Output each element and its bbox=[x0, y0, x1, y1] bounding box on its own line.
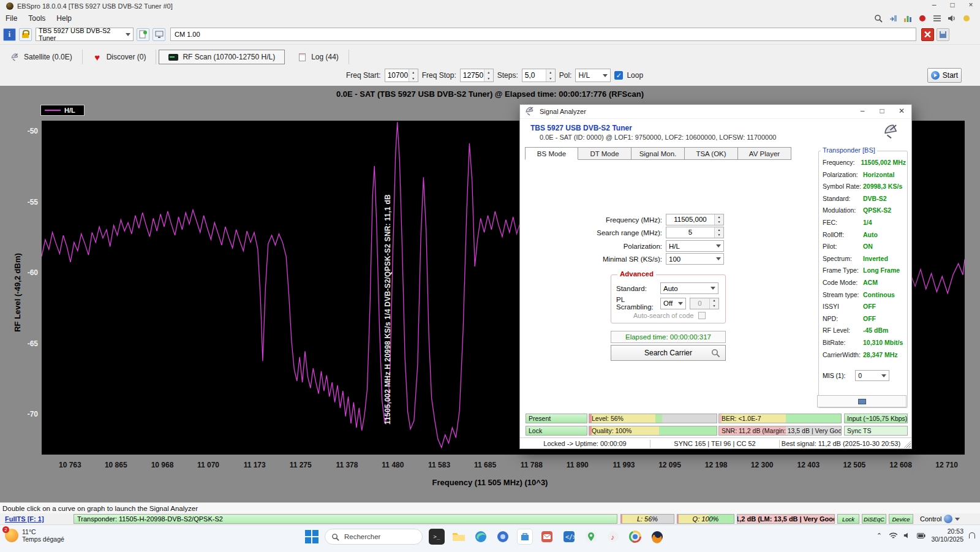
satellite-dish-icon bbox=[525, 106, 536, 117]
fullts-link[interactable]: FullTS [F: 1] bbox=[2, 514, 70, 524]
transponder-row-frame-type-: Frame Type:Long Frame bbox=[823, 267, 906, 274]
transponder-row-label: NPD: bbox=[823, 315, 863, 322]
standard-label: Standard: bbox=[616, 285, 660, 292]
window-maximize-button[interactable]: □ bbox=[943, 0, 962, 12]
device-page-button[interactable] bbox=[137, 28, 149, 41]
export-icon[interactable] bbox=[888, 13, 898, 23]
weather-desc: Temps dégagé bbox=[22, 535, 64, 543]
analyzer-tab-signal-mon-[interactable]: Signal Mon. bbox=[631, 147, 685, 160]
frequency-row: Frequency (MHz): 11505,000▲▼ bbox=[575, 214, 724, 225]
search-carrier-label: Search Carrier bbox=[644, 349, 692, 357]
analyzer-tab-dt-mode[interactable]: DT Mode bbox=[578, 147, 631, 160]
transponder-status: Transponder: 11505-H-20998-DVB-S2/QPSK-S… bbox=[74, 514, 617, 524]
menu-help[interactable]: Help bbox=[51, 13, 77, 24]
music-icon[interactable]: ♪ bbox=[605, 529, 621, 545]
tuner-select[interactable]: TBS 5927 USB DVB-S2 Tuner bbox=[36, 28, 134, 41]
app-statusbar: FullTS [F: 1] Transponder: 11505-H-20998… bbox=[0, 513, 980, 524]
analyzer-tab-tsa-ok-[interactable]: TSA (OK) bbox=[685, 147, 738, 160]
lock-button[interactable] bbox=[19, 28, 32, 41]
x-tick-label: 12 608 bbox=[882, 461, 920, 469]
tab-log[interactable]: Log (44) bbox=[287, 50, 349, 64]
tray-network-icon[interactable] bbox=[889, 531, 897, 540]
resize-grip[interactable] bbox=[903, 440, 911, 448]
search-carrier-button[interactable]: Search Carrier bbox=[611, 345, 726, 361]
device-monitor-button[interactable] bbox=[153, 28, 165, 41]
clear-button[interactable]: ✕ bbox=[921, 28, 934, 41]
maps-icon[interactable] bbox=[583, 529, 599, 545]
device-badge[interactable]: Device bbox=[889, 514, 913, 524]
analyzer-tab-av-player[interactable]: AV Player bbox=[738, 147, 791, 160]
satellite-icon bbox=[10, 53, 20, 61]
polarization-select[interactable]: H/L bbox=[666, 240, 724, 252]
freq-stop-input[interactable]: ▲▼ bbox=[460, 69, 494, 82]
tab-rfscan[interactable]: RF Scan (10700-12750 H/L) bbox=[159, 50, 285, 64]
analyzer-minimize-button[interactable]: – bbox=[853, 105, 872, 118]
snapshot-button[interactable] bbox=[817, 395, 907, 407]
window-close-button[interactable]: × bbox=[962, 0, 980, 12]
steps-input[interactable]: ▲▼ bbox=[522, 69, 556, 82]
tray-battery-icon[interactable] bbox=[917, 531, 925, 540]
input-indicator: Input (~105,75 Kbps) bbox=[844, 414, 908, 423]
pl-code-value: 0 bbox=[690, 298, 709, 309]
search-range-value: 5 bbox=[666, 227, 714, 238]
weather-widget[interactable]: 2 11°CTemps dégagé bbox=[5, 528, 64, 543]
notify-icon[interactable] bbox=[961, 13, 971, 23]
pl-scrambling-select[interactable]: Off bbox=[660, 298, 686, 309]
x-tick-label: 12 505 bbox=[835, 461, 873, 469]
menu-file[interactable]: File bbox=[0, 13, 23, 24]
tray-chevron-icon[interactable]: ⌃ bbox=[875, 531, 883, 540]
snapshot-icon bbox=[858, 399, 866, 404]
browser-icon[interactable] bbox=[495, 529, 511, 545]
freq-start-input[interactable]: ▲▼ bbox=[385, 69, 418, 82]
chrome-icon[interactable] bbox=[627, 529, 643, 545]
frequency-input[interactable]: 11505,000▲▼ bbox=[666, 214, 724, 225]
info-button[interactable]: i bbox=[3, 28, 16, 41]
store-icon[interactable] bbox=[517, 529, 533, 545]
chart-icon[interactable] bbox=[902, 13, 913, 23]
mis-select[interactable]: 0 bbox=[855, 370, 889, 381]
pol-select[interactable]: H/L bbox=[575, 69, 611, 82]
cm-field[interactable]: CM 1.00 bbox=[170, 28, 916, 41]
mail-icon[interactable] bbox=[539, 529, 555, 545]
search-range-row: Search range (MHz): 5▲▼ bbox=[575, 227, 724, 238]
taskbar-search[interactable]: Rechercher bbox=[325, 529, 423, 545]
auto-search-checkbox[interactable] bbox=[698, 312, 706, 319]
chevron-down-icon bbox=[955, 518, 960, 521]
terminal-icon[interactable]: >_ bbox=[429, 529, 445, 545]
tab-satellite[interactable]: Satellite (0.0E) bbox=[0, 50, 83, 64]
y-tick-label: -50 bbox=[13, 127, 38, 135]
tab-heart[interactable]: ♥Discover (0) bbox=[83, 50, 157, 64]
analyzer-maximize-button[interactable]: □ bbox=[872, 105, 892, 118]
start-button[interactable]: Start bbox=[927, 68, 962, 83]
minimal-sr-select[interactable]: 100 bbox=[666, 253, 724, 265]
x-tick-label: 11 890 bbox=[559, 461, 597, 469]
taskbar-clock[interactable]: 20:53 30/10/2025 bbox=[931, 527, 963, 543]
explorer-icon[interactable] bbox=[451, 529, 467, 545]
search-icon[interactable] bbox=[873, 13, 883, 23]
firefox-icon[interactable] bbox=[649, 529, 665, 545]
transponder-row-polarization-: Polarization:Horizontal bbox=[823, 171, 906, 178]
window-minimize-button[interactable]: – bbox=[925, 0, 943, 12]
loop-checkbox[interactable]: ✓ bbox=[614, 71, 623, 80]
pl-code-input[interactable]: 0▲▼ bbox=[690, 298, 719, 309]
notification-bell-icon[interactable] bbox=[969, 532, 975, 539]
save-button[interactable] bbox=[937, 28, 949, 41]
analyzer-close-button[interactable]: ✕ bbox=[892, 105, 911, 118]
record-icon[interactable] bbox=[917, 13, 927, 23]
analyzer-tab-bs-mode[interactable]: BS Mode bbox=[525, 147, 578, 160]
menu-tools[interactable]: Tools bbox=[23, 13, 51, 24]
transponder-row-value: 20998,3 KS/s bbox=[863, 183, 902, 190]
start-button[interactable] bbox=[305, 530, 318, 543]
list-icon[interactable] bbox=[932, 13, 942, 23]
speaker-icon[interactable] bbox=[946, 13, 957, 23]
minimal-sr-value: 100 bbox=[669, 255, 680, 263]
standard-select[interactable]: Auto bbox=[660, 282, 718, 294]
edge-icon[interactable] bbox=[473, 529, 489, 545]
diseqc-badge[interactable]: DiSEqC bbox=[862, 514, 886, 524]
tuner-select-value: TBS 5927 USB DVB-S2 Tuner bbox=[39, 27, 126, 42]
transponder-row-value: ON bbox=[863, 243, 873, 250]
control-menu[interactable]: Control bbox=[917, 514, 963, 524]
search-range-input[interactable]: 5▲▼ bbox=[666, 227, 724, 238]
tray-volume-icon[interactable] bbox=[903, 531, 911, 540]
code-icon[interactable]: </> bbox=[561, 529, 577, 545]
